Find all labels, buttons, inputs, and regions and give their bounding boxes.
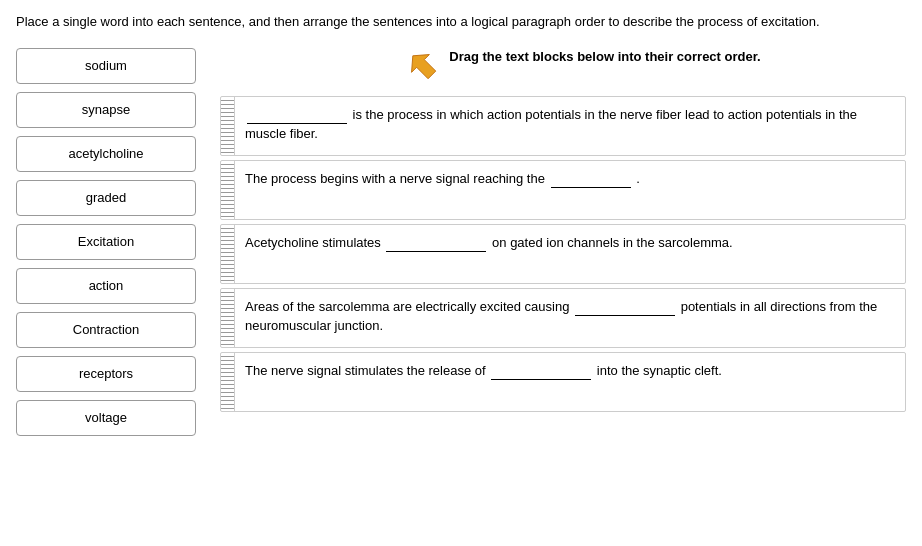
svg-marker-2 <box>405 48 441 84</box>
blank-2[interactable] <box>551 187 631 188</box>
drag-instruction-text: Drag the text blocks below into their co… <box>449 48 760 66</box>
word-tile-acetylcholine[interactable]: acetylcholine <box>16 136 196 172</box>
wavy-border-4 <box>221 289 235 347</box>
sentence-block-2[interactable]: The process begins with a nerve signal r… <box>220 160 906 220</box>
instructions: Place a single word into each sentence, … <box>16 12 906 32</box>
word-tile-contraction[interactable]: Contraction <box>16 312 196 348</box>
blank-1[interactable] <box>247 123 347 124</box>
sentence-text-3: Acetycholine stimulates on gated ion cha… <box>235 225 905 283</box>
sentence-text-2: The process begins with a nerve signal r… <box>235 161 905 219</box>
right-panel: Drag the text blocks below into their co… <box>220 48 906 436</box>
drag-instruction-container: Drag the text blocks below into their co… <box>405 48 760 84</box>
sentence-block-5[interactable]: The nerve signal stimulates the release … <box>220 352 906 412</box>
sentence-block-4[interactable]: Areas of the sarcolemma are electrically… <box>220 288 906 348</box>
word-tile-sodium[interactable]: sodium <box>16 48 196 84</box>
sentence-text-4: Areas of the sarcolemma are electrically… <box>235 289 905 347</box>
sentence-blocks: is the process in which action potential… <box>220 96 906 412</box>
blank-3[interactable] <box>386 251 486 252</box>
word-tile-action[interactable]: action <box>16 268 196 304</box>
word-tile-receptors[interactable]: receptors <box>16 356 196 392</box>
sentence-text-5: The nerve signal stimulates the release … <box>235 353 905 411</box>
wavy-border-2 <box>221 161 235 219</box>
sentence-text-1: is the process in which action potential… <box>235 97 905 155</box>
main-layout: sodium synapse acetylcholine graded Exci… <box>16 48 906 436</box>
word-bank: sodium synapse acetylcholine graded Exci… <box>16 48 196 436</box>
word-tile-excitation[interactable]: Excitation <box>16 224 196 260</box>
sentence-block-1[interactable]: is the process in which action potential… <box>220 96 906 156</box>
wavy-border-3 <box>221 225 235 283</box>
blank-5[interactable] <box>491 379 591 380</box>
wavy-border-1 <box>221 97 235 155</box>
word-tile-voltage[interactable]: voltage <box>16 400 196 436</box>
wavy-border-5 <box>221 353 235 411</box>
word-tile-synapse[interactable]: synapse <box>16 92 196 128</box>
drag-arrow-icon <box>405 48 441 84</box>
blank-4[interactable] <box>575 315 675 316</box>
sentence-block-3[interactable]: Acetycholine stimulates on gated ion cha… <box>220 224 906 284</box>
word-tile-graded[interactable]: graded <box>16 180 196 216</box>
